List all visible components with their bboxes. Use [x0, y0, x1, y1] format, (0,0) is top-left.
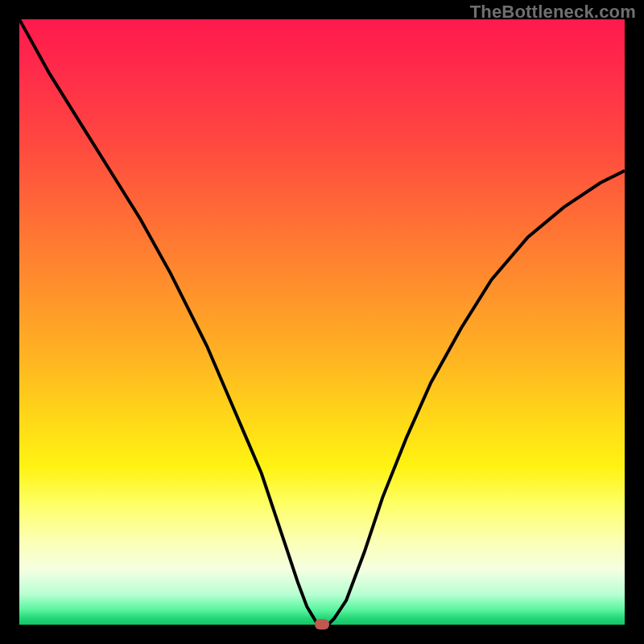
- optimal-point-marker: [315, 619, 329, 630]
- plot-area: [19, 19, 625, 625]
- bottleneck-curve: [19, 19, 625, 625]
- chart-frame: [19, 19, 625, 625]
- curve-path: [19, 19, 625, 625]
